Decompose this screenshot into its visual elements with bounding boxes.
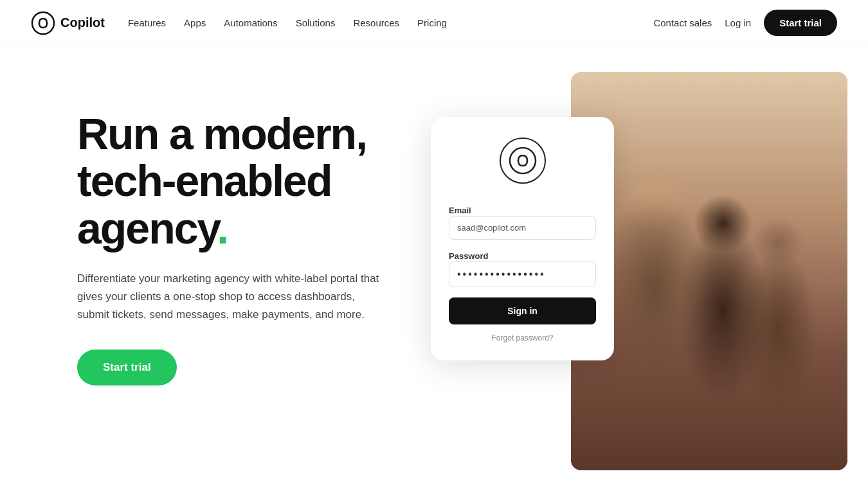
nav-item-solutions[interactable]: Solutions	[296, 17, 336, 28]
email-input[interactable]	[449, 216, 596, 240]
forgot-password-link[interactable]: Forgot password?	[449, 333, 596, 342]
login-card: Email Password Sign in Forgot password?	[431, 117, 614, 360]
contact-sales-link[interactable]: Contact sales	[653, 17, 712, 28]
nav-item-automations[interactable]: Automations	[224, 17, 277, 28]
nav-links: Features Apps Automations Solutions Reso…	[128, 17, 447, 29]
hero-heading-line3: agency	[77, 204, 217, 252]
logo[interactable]: Copilot	[31, 11, 105, 35]
nav-item-resources[interactable]: Resources	[353, 17, 399, 28]
nav-item-apps[interactable]: Apps	[184, 17, 206, 28]
hero-heading-line1: Run a modern,	[77, 109, 366, 158]
hero-section: Run a modern, tech-enabled agency. Diffe…	[0, 46, 868, 496]
login-logo	[449, 137, 596, 184]
hero-heading-line2: tech-enabled	[77, 156, 331, 205]
email-label: Email	[449, 206, 471, 215]
hero-heading: Run a modern, tech-enabled agency.	[77, 111, 431, 252]
sign-in-button[interactable]: Sign in	[449, 297, 596, 324]
start-trial-nav-button[interactable]: Start trial	[764, 10, 837, 36]
start-trial-hero-button[interactable]: Start trial	[77, 350, 177, 385]
hero-left: Run a modern, tech-enabled agency. Diffe…	[77, 85, 431, 385]
nav-item-pricing[interactable]: Pricing	[417, 17, 447, 28]
svg-point-0	[32, 12, 54, 34]
logo-icon	[31, 11, 55, 35]
nav-right: Contact sales Log in Start trial	[653, 10, 837, 36]
hero-right: Email Password Sign in Forgot password?	[431, 85, 817, 496]
password-label: Password	[449, 251, 488, 261]
nav-item-features[interactable]: Features	[128, 17, 166, 28]
copilot-logo-mark	[500, 137, 546, 184]
hero-subtext: Differentiate your marketing agency with…	[77, 270, 386, 324]
logo-text: Copilot	[60, 15, 105, 30]
password-input[interactable]	[449, 261, 596, 287]
svg-point-1	[510, 148, 536, 173]
navbar: Copilot Features Apps Automations Soluti…	[0, 0, 868, 46]
hero-heading-accent: .	[217, 204, 228, 252]
login-link[interactable]: Log in	[725, 17, 751, 28]
